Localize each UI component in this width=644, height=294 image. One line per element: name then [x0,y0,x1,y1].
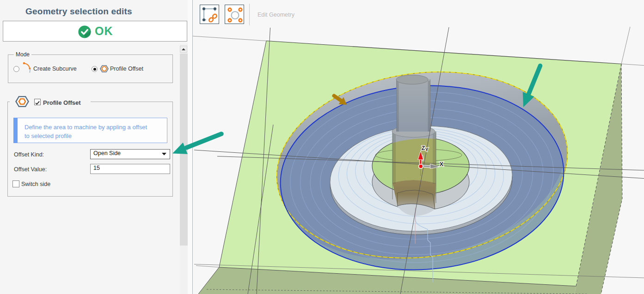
svg-text:X: X [440,161,444,168]
svg-text:Y: Y [425,147,429,152]
svg-text:Z: Z [422,144,425,151]
